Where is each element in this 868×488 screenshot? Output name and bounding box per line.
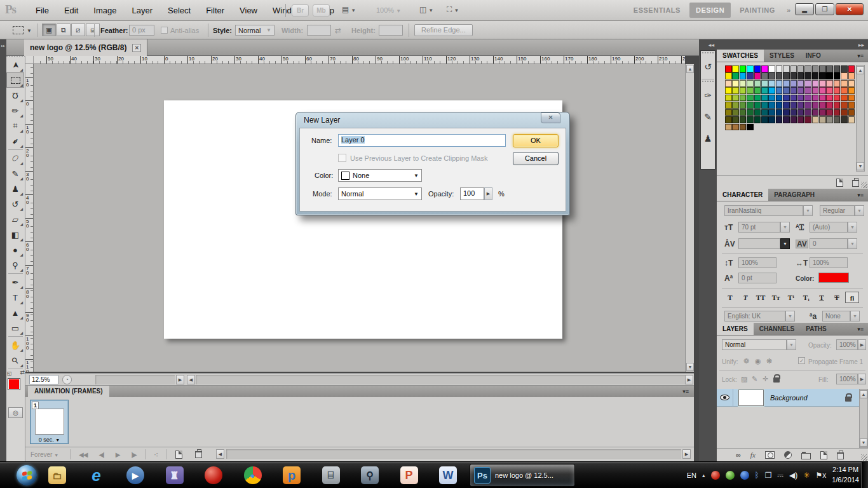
layers-panel-menu-icon[interactable]: ▾≡ [853,323,868,335]
swap-colors-icon[interactable]: ⇄ [20,369,25,376]
color-swatch[interactable] [804,72,811,79]
swatch-scroll-down-icon[interactable]: ▼ [857,162,864,170]
color-swatch[interactable] [747,95,754,102]
color-swatch[interactable] [732,72,739,79]
color-swatch[interactable] [776,72,783,79]
color-swatch[interactable] [790,109,797,116]
color-swatch[interactable] [797,87,804,94]
color-swatch[interactable] [740,109,747,116]
color-swatch[interactable] [740,124,747,131]
vertical-ruler[interactable]: 100102030405060708090100110 [25,64,34,372]
link-layers-icon[interactable]: ∞ [736,451,741,459]
quick-selection-tool[interactable]: ✏◢ [6,103,24,118]
adjustment-layer-icon[interactable] [784,451,792,459]
history-panel-icon[interactable]: ↺ [701,56,715,78]
gradient-tool[interactable]: ◧◢ [6,227,24,242]
color-swatch[interactable] [812,116,819,123]
color-swatch[interactable] [732,109,739,116]
color-swatch[interactable] [761,72,768,79]
photoshop-task-button[interactable]: Ps new logo @ 12.5... [470,464,575,487]
color-swatch[interactable] [790,72,797,79]
color-swatch[interactable] [834,65,841,72]
color-swatch[interactable] [732,87,739,94]
swatches-tab-styles[interactable]: STYLES [764,50,800,62]
color-swatch[interactable] [812,65,819,72]
unify-icon-2[interactable]: ❋ [766,357,772,365]
color-swatch[interactable] [834,102,841,109]
color-swatch[interactable] [797,116,804,123]
lock-icon-0[interactable]: ▨ [741,375,747,383]
color-swatch[interactable] [725,87,732,94]
purple-app-icon[interactable]: ♜ [165,465,185,485]
color-swatch[interactable] [804,95,811,102]
swatches-tab-swatches[interactable]: SWATCHES [717,50,764,62]
color-swatch[interactable] [834,87,841,94]
color-swatch[interactable] [841,109,848,116]
color-swatch[interactable] [819,95,826,102]
color-swatch[interactable] [783,87,790,94]
leading-dropdown-icon[interactable]: ▼ [848,222,857,233]
color-swatch[interactable] [841,116,848,123]
color-swatch[interactable] [740,80,747,87]
color-swatch[interactable] [768,80,775,87]
hand-tool[interactable]: ✋◢ [6,337,24,353]
fill-field[interactable]: 100% [836,374,858,384]
frame-thumbnail[interactable] [35,409,64,435]
color-swatch[interactable] [812,95,819,102]
color-swatch[interactable] [790,102,797,109]
color-swatch[interactable] [790,87,797,94]
swap-dimensions-icon[interactable]: ⇄ [335,26,341,35]
color-swatch[interactable] [841,80,848,87]
color-swatch[interactable] [804,80,811,87]
babylon-icon[interactable] [740,471,749,480]
color-swatch[interactable] [790,95,797,102]
type-tool[interactable]: T◢ [6,290,24,305]
color-swatch[interactable] [732,124,739,131]
lock-all-icon[interactable] [773,377,780,383]
color-swatch[interactable] [790,116,797,123]
color-swatch[interactable] [848,87,855,94]
color-swatch[interactable] [740,95,747,102]
color-swatch[interactable] [848,80,855,87]
color-swatch[interactable] [747,72,754,79]
blur-tool[interactable]: ●◢ [6,242,24,257]
color-swatch[interactable] [725,116,732,123]
ruler-origin-corner[interactable] [25,56,34,64]
canvas-horizontal-scrollbar[interactable] [196,375,685,384]
small-caps-button[interactable]: Tᴛ [769,292,783,303]
scroll-down-icon[interactable]: ▼ [686,363,694,371]
quick-mask-button[interactable]: ◎ [8,407,23,418]
tool-preset-icon[interactable] [13,26,24,34]
volume-icon[interactable]: ◀) [789,471,797,479]
windows-explorer-icon[interactable]: 🗀 [47,465,67,485]
idm-icon[interactable] [726,471,735,480]
color-swatch[interactable] [819,87,826,94]
color-swatch[interactable] [725,80,732,87]
selection-combine-3[interactable]: ⧈ [86,24,100,36]
anti-alias-field[interactable]: None [822,311,850,322]
menu-filter[interactable]: Filter [198,6,232,15]
color-swatch[interactable] [754,95,761,102]
color-swatch[interactable] [747,65,754,72]
menu-layer[interactable]: Layer [125,6,161,15]
move-tool[interactable]: ➤◢ [6,57,24,72]
color-swatch[interactable] [776,116,783,123]
color-swatch[interactable] [848,95,855,102]
red-circle-app-icon[interactable] [203,465,224,485]
kerning-field[interactable] [738,238,780,249]
canvas-vertical-scrollbar[interactable]: ▲ ▼ [685,64,694,372]
color-swatch[interactable] [783,116,790,123]
computer-search-icon[interactable]: ⚲ [360,465,380,485]
color-swatch[interactable] [790,80,797,87]
color-swatch[interactable] [819,109,826,116]
menu-image[interactable]: Image [86,6,124,15]
color-swatch[interactable] [747,124,754,131]
color-swatch[interactable] [740,65,747,72]
delete-swatch-icon[interactable] [852,180,859,187]
superscript-button[interactable]: T¹ [784,292,798,303]
clone-stamp-tool[interactable]: ♟◢ [6,181,24,196]
color-swatch[interactable] [725,95,732,102]
selection-combine-1[interactable]: ⧉ [57,24,71,36]
color-swatch[interactable] [740,87,747,94]
anti-alias-dropdown-icon[interactable]: ▼ [850,311,860,322]
